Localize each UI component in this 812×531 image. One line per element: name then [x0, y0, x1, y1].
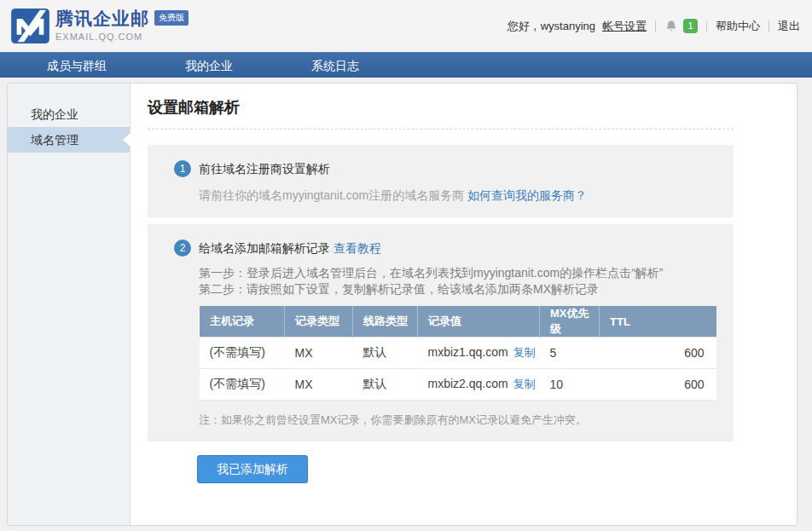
nav-item-members[interactable]: 成员与群组 — [47, 53, 107, 78]
exmail-logo-icon — [11, 9, 49, 43]
col-mx-priority: MX优先级 — [540, 306, 600, 338]
main-nav: 成员与群组 我的企业 系统日志 — [0, 52, 812, 78]
type-cell: MX — [285, 338, 353, 369]
divider — [706, 20, 707, 32]
ttl-cell: 600 — [600, 369, 716, 401]
nav-item-system-log[interactable]: 系统日志 — [311, 53, 359, 78]
user-greeting: 您好，wystanying — [508, 19, 595, 34]
divider — [148, 129, 734, 130]
copy-mx2-link[interactable]: 复制 — [513, 378, 536, 390]
step-1-box: 1 前往域名注册商设置解析 请前往你的域名myyingtanit.com注册的域… — [148, 145, 734, 217]
free-version-badge: 免费版 — [154, 10, 188, 26]
step-1-title: 前往域名注册商设置解析 — [199, 161, 716, 177]
host-cell: (不需填写) — [200, 338, 285, 369]
exmail-logo[interactable]: 腾讯企业邮 免费版 EXMAIL.QQ.COM — [11, 9, 188, 43]
col-record-type: 记录类型 — [285, 306, 353, 338]
type-cell: MX — [285, 369, 353, 401]
sidebar: 我的企业 域名管理 — [8, 84, 130, 525]
find-provider-link[interactable]: 如何查询我的服务商？ — [467, 188, 587, 202]
divider — [768, 20, 769, 32]
divider — [655, 20, 656, 32]
content-box: 我的企业 域名管理 设置邮箱解析 1 前往域名注册商设置解析 请前往你的域名my… — [7, 83, 798, 526]
user-area: 您好，wystanying 帐号设置 1 帮助中心 退出 — [508, 19, 800, 34]
sidebar-item-domain-management[interactable]: 域名管理 — [8, 127, 130, 153]
view-tutorial-link[interactable]: 查看教程 — [334, 241, 381, 255]
nav-item-my-company[interactable]: 我的企业 — [185, 53, 233, 78]
step-2-title: 给域名添加邮箱解析记录 — [199, 241, 330, 255]
copy-mx1-link[interactable]: 复制 — [513, 346, 536, 359]
help-center-link[interactable]: 帮助中心 — [716, 19, 760, 34]
line-cell: 默认 — [353, 369, 418, 401]
top-header: 腾讯企业邮 免费版 EXMAIL.QQ.COM 您好，wystanying 帐号… — [0, 0, 812, 52]
mx-conflict-note: 注：如果你之前曾经设置MX记录，你需要删除原有的MX记录以避免产生冲突。 — [199, 413, 716, 428]
content-wrap: 我的企业 域名管理 设置邮箱解析 1 前往域名注册商设置解析 请前往你的域名my… — [0, 78, 812, 531]
host-cell: (不需填写) — [200, 369, 285, 401]
brand-name: 腾讯企业邮 — [55, 9, 149, 28]
step-2-number: 2 — [174, 240, 191, 257]
page-title: 设置邮箱解析 — [148, 97, 734, 118]
brand-domain: EXMAIL.QQ.COM — [55, 32, 142, 42]
priority-cell: 5 — [540, 338, 600, 369]
value-cell: mxbiz2.qq.com复制 — [418, 369, 540, 401]
priority-cell: 10 — [540, 369, 600, 401]
resolution-added-button[interactable]: 我已添加解析 — [197, 455, 308, 483]
line-cell: 默认 — [353, 338, 418, 369]
step-1-number: 1 — [174, 160, 191, 177]
instruction-line-1: 第一步：登录后进入域名管理后台，在域名列表找到myyingtanit.com的操… — [199, 265, 716, 281]
notification-bell-icon[interactable] — [664, 20, 678, 33]
notification-count-badge[interactable]: 1 — [683, 19, 698, 33]
col-record-value: 记录值 — [418, 306, 540, 338]
step-1-description: 请前往你的域名myyingtanit.com注册的域名服务商 — [199, 188, 464, 202]
col-ttl: TTL — [600, 306, 716, 338]
table-row: (不需填写) MX 默认 mxbiz2.qq.com复制 10 600 — [200, 369, 716, 401]
ttl-cell: 600 — [600, 338, 716, 369]
logout-link[interactable]: 退出 — [778, 19, 800, 34]
table-row: (不需填写) MX 默认 mxbiz1.qq.com复制 5 600 — [200, 338, 716, 369]
sidebar-item-my-company[interactable]: 我的企业 — [8, 101, 130, 127]
value-cell: mxbiz1.qq.com复制 — [418, 338, 540, 369]
account-settings-link[interactable]: 帐号设置 — [602, 19, 647, 34]
col-line-type: 线路类型 — [353, 306, 418, 338]
col-host: 主机记录 — [200, 306, 285, 338]
instruction-line-2: 第二步：请按照如下设置，复制解析记录值，给该域名添加两条MX解析记录 — [199, 281, 716, 297]
table-header-row: 主机记录 记录类型 线路类型 记录值 MX优先级 TTL — [200, 306, 716, 338]
mx-records-table: 主机记录 记录类型 线路类型 记录值 MX优先级 TTL (不需填写) — [199, 306, 716, 401]
main-panel: 设置邮箱解析 1 前往域名注册商设置解析 请前往你的域名myyingtanit.… — [130, 84, 798, 525]
step-2-box: 2 给域名添加邮箱解析记录 查看教程 第一步：登录后进入域名管理后台，在域名列表… — [148, 224, 734, 442]
